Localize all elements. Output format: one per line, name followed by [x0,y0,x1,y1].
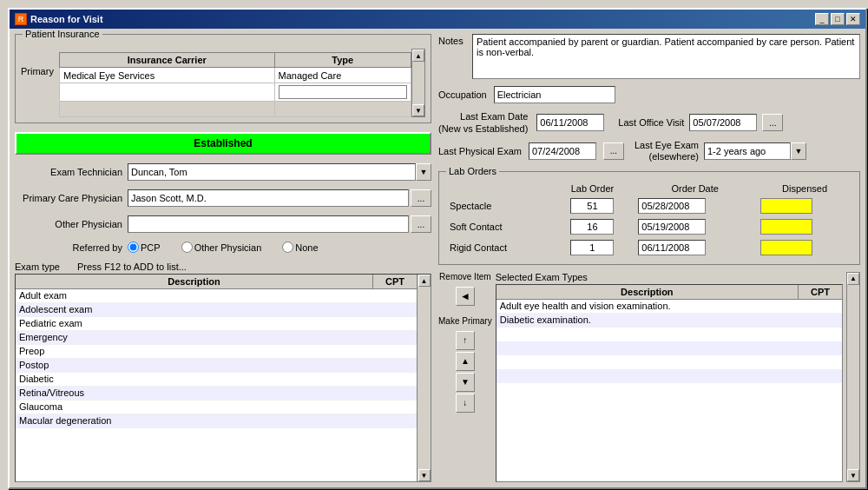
rigid-contact-order-input[interactable] [570,240,614,255]
radio-none-input[interactable] [282,242,293,253]
exam-technician-dropdown[interactable]: ▼ [416,163,431,181]
move-up-button[interactable]: ▲ [456,352,475,371]
minimize-button[interactable]: _ [815,13,829,25]
exam-technician-row: Exam Technician ▼ [15,163,431,181]
established-button[interactable]: Established [15,132,431,155]
spectacle-label: Spectacle [446,196,550,215]
referred-by-label: Referred by [15,242,128,253]
exam-item[interactable]: Retina/Vitreous [16,387,417,401]
radio-pcp-label: PCP [141,242,161,253]
carrier-cell [60,102,275,117]
selected-item[interactable] [496,369,842,383]
move-top-button[interactable]: ↑ [456,331,475,350]
last-physical-ellipsis[interactable]: ... [603,142,624,160]
primary-care-input[interactable] [128,189,409,207]
soft-contact-order-input[interactable] [570,219,614,235]
exam-item[interactable]: Preop [16,345,417,359]
occupation-row: Occupation [438,86,860,103]
last-office-visit-ellipsis[interactable]: ... [762,114,783,131]
selected-item[interactable] [496,355,842,369]
make-primary-label: Make Primary [438,316,492,326]
last-exam-label2: (New vs Established) [438,122,528,135]
lab-orders-table: Lab Order Order Date Dispensed Spectacle [444,181,854,259]
window-title: Reason for Visit [30,14,103,24]
exam-item[interactable]: Diabetic [16,373,417,387]
radio-other-input[interactable] [181,242,193,253]
last-eye-exam-dropdown[interactable]: ▼ [791,142,806,160]
last-eye-exam-label: Last Eye Exam [635,140,699,151]
insurance-group-title: Patient Insurance [23,29,102,39]
rigid-contact-date-input[interactable] [638,240,706,255]
maximize-button[interactable]: □ [831,13,845,25]
occupation-label: Occupation [438,89,487,100]
insurance-scrollbar[interactable]: ▲ ▼ [411,49,425,117]
radio-pcp-input[interactable] [128,242,139,253]
exam-technician-input[interactable] [128,163,416,181]
selected-scroll-up[interactable]: ▲ [847,273,859,285]
f12-hint: Press F12 to ADD to list... [77,262,187,272]
radio-none-label: None [295,242,318,253]
exam-type-title: Exam type [15,262,60,272]
selected-item[interactable]: Adult eye health and vision examination. [496,300,842,314]
exam-item[interactable]: Macular degeneration [16,414,417,428]
notes-label: Notes [438,36,469,46]
table-row: Spectacle [446,196,852,215]
exam-scroll-up[interactable]: ▲ [418,275,431,287]
spectacle-order-input[interactable] [570,198,614,214]
exam-col-desc: Description [16,275,373,288]
exam-item[interactable]: Adolescent exam [16,303,417,317]
occupation-input[interactable] [494,86,615,103]
last-eye-exam-input[interactable] [704,142,791,160]
insert-arrow-button[interactable]: ◄ [456,287,475,306]
close-button[interactable]: ✕ [846,13,860,25]
table-row[interactable] [60,102,411,117]
primary-label: Primary [21,49,59,117]
selected-col-desc: Description [496,285,799,299]
table-row: Soft Contact [446,217,852,236]
soft-contact-label: Soft Contact [446,217,550,236]
scroll-down-arrow[interactable]: ▼ [412,104,424,116]
radio-other-physician[interactable]: Other Physician [181,242,262,253]
spectacle-date-input[interactable] [638,198,706,214]
move-bottom-button[interactable]: ↓ [456,394,475,413]
last-office-visit-input[interactable] [689,114,757,131]
carrier-cell: Medical Eye Services [60,68,275,83]
selected-item[interactable] [496,383,842,481]
type-cell [274,83,411,102]
exam-item[interactable]: Glaucoma [16,401,417,414]
selected-item[interactable] [496,328,842,341]
last-physical-input[interactable] [529,142,596,160]
exam-list-scrollbar[interactable]: ▲ ▼ [417,275,431,481]
exam-item[interactable]: Postop [16,359,417,373]
selected-exam-title: Selected Exam Types [496,272,843,282]
primary-care-row: Primary Care Physician ... [15,189,431,207]
type-input[interactable] [279,85,408,99]
exam-scroll-down[interactable]: ▼ [418,469,431,481]
move-down-button[interactable]: ▼ [456,373,475,392]
exam-item[interactable]: Adult exam [16,289,417,303]
lab-col-order: Lab Order [552,182,634,195]
other-physician-row: Other Physician ... [15,215,431,233]
radio-none[interactable]: None [282,242,318,253]
selected-list-scrollbar[interactable]: ▲ ▼ [846,272,860,482]
primary-care-ellipsis[interactable]: ... [411,189,431,207]
other-physician-ellipsis[interactable]: ... [411,215,431,233]
table-row[interactable] [60,83,411,102]
insurance-table: Insurance Carrier Type Medical Eye Servi… [59,52,411,117]
exam-item[interactable]: Emergency [16,331,417,345]
primary-care-label: Primary Care Physician [15,193,128,203]
notes-section: Notes Patient accompanied by parent or g… [438,34,860,79]
last-exam-date-input[interactable] [536,114,604,131]
rigid-contact-dispensed[interactable] [760,240,812,255]
selected-item[interactable] [496,341,842,355]
spectacle-dispensed[interactable] [760,198,812,214]
soft-contact-dispensed[interactable] [760,219,812,235]
other-physician-input[interactable] [128,215,409,233]
scroll-up-arrow[interactable]: ▲ [412,50,424,62]
radio-pcp[interactable]: PCP [128,242,161,253]
selected-item[interactable]: Diabetic examination. [496,314,842,328]
selected-scroll-down[interactable]: ▼ [847,469,859,481]
table-row[interactable]: Medical Eye Services Managed Care [60,68,411,83]
soft-contact-date-input[interactable] [638,219,706,235]
exam-item[interactable]: Pediatric exam [16,317,417,331]
